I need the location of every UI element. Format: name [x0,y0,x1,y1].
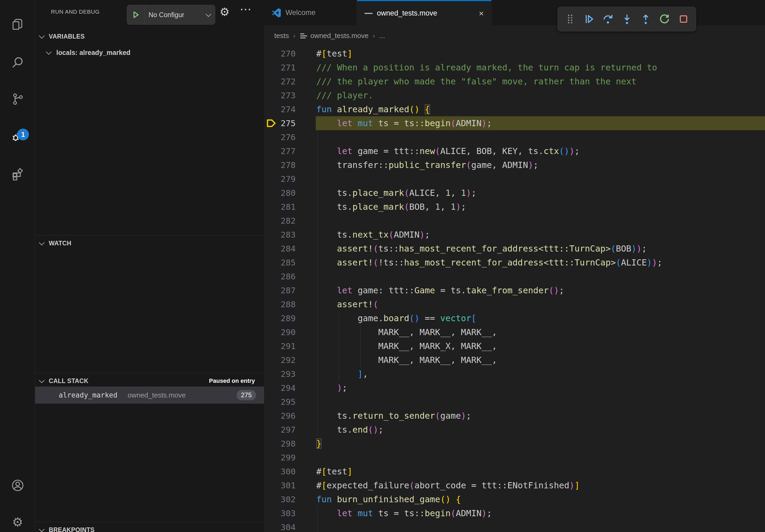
gutter[interactable]: 295 [264,395,316,409]
gutter[interactable]: 299 [264,450,316,464]
call-stack-frame-row[interactable]: already_marked owned_tests.move 275 [35,387,264,404]
breadcrumb-file[interactable]: owned_tests.move [311,32,369,40]
code-text[interactable]: MARK__, MARK_X, MARK__, [316,339,765,353]
gutter[interactable]: 280 [264,186,316,200]
code-line[interactable]: 278 transfer::public_transfer(game, ADMI… [264,158,765,172]
code-text[interactable]: ts.next_tx(ADMIN); [316,228,765,242]
code-text[interactable]: fun already_marked() { [316,102,765,116]
code-text[interactable]: ts.end(); [316,423,765,437]
code-text[interactable]: assert!( [316,297,765,311]
code-line[interactable]: 273/// player. [264,89,765,102]
code-line[interactable]: 287 let game: ttt::Game = ts.take_from_s… [264,283,765,297]
line-number[interactable]: 281 [264,200,296,214]
breadcrumb-folder[interactable]: tests [274,32,289,40]
line-number[interactable]: 287 [264,283,296,297]
search-icon[interactable] [0,50,35,76]
line-number[interactable]: 270 [264,47,296,61]
explorer-icon[interactable] [0,12,35,38]
line-number[interactable]: 272 [264,75,296,89]
line-number[interactable]: 283 [264,228,296,242]
more-actions-icon[interactable]: ··· [241,4,252,15]
line-number[interactable]: 296 [264,409,296,423]
variables-section-header[interactable]: VARIABLES [35,29,264,44]
code-text[interactable]: assert!(ts::has_most_recent_for_address<… [316,242,765,256]
line-number[interactable]: 271 [264,61,296,75]
code-line[interactable]: 303 let mut ts = ts::begin(ADMIN); [264,506,765,520]
start-debug-icon[interactable] [127,5,145,24]
code-text[interactable]: ts.place_mark(ALICE, 1, 1); [316,186,765,200]
drag-handle-icon[interactable] [564,13,576,25]
gutter[interactable]: 284 [264,242,316,256]
code-line[interactable]: 271/// When a position is already marked… [264,61,765,75]
stop-button[interactable] [677,13,690,25]
debug-config-dropdown[interactable]: No Configur [127,5,215,25]
code-line[interactable]: 301#[expected_failure(abort_code = ttt::… [264,478,765,492]
code-text[interactable]: /// the player who made the "false" move… [316,75,765,89]
line-number[interactable]: 302 [264,492,296,506]
gutter[interactable]: 286 [264,269,316,283]
code-text[interactable] [316,395,765,409]
code-text[interactable]: game.board() == vector[ [316,311,765,325]
gutter[interactable]: 270 [264,47,316,61]
tab-owned-tests[interactable]: owned_tests.move × [357,0,491,25]
gutter[interactable]: 304 [264,520,316,532]
line-number[interactable]: 293 [264,367,296,381]
code-text[interactable]: ts.place_mark(BOB, 1, 1); [316,200,765,214]
line-number[interactable]: 282 [264,214,296,228]
code-line[interactable]: 279 [264,172,765,186]
code-line[interactable]: 289 game.board() == vector[ [264,311,765,325]
code-line[interactable]: 300#[test] [264,464,765,478]
line-number[interactable]: 297 [264,423,296,437]
code-text[interactable] [316,130,765,144]
gutter[interactable]: 274 [264,102,316,116]
gutter[interactable]: 273 [264,89,316,102]
code-text[interactable]: let game: ttt::Game = ts.take_from_sende… [316,283,765,297]
gutter[interactable]: 294 [264,381,316,395]
gutter[interactable]: 301 [264,478,316,492]
code-text[interactable]: MARK__, MARK__, MARK__, [316,353,765,367]
gutter[interactable]: 275 [264,116,316,130]
line-number[interactable]: 280 [264,186,296,200]
line-number[interactable]: 298 [264,437,296,450]
code-line[interactable]: 291 MARK__, MARK_X, MARK__, [264,339,765,353]
code-line[interactable]: 293 ], [264,367,765,381]
line-number[interactable]: 284 [264,242,296,256]
code-text[interactable]: #[test] [316,47,765,61]
code-line[interactable]: 290 MARK__, MARK__, MARK__, [264,325,765,339]
line-number[interactable]: 286 [264,269,296,283]
gutter[interactable]: 281 [264,200,316,214]
line-number[interactable]: 303 [264,506,296,520]
gutter[interactable]: 298 [264,437,316,450]
tab-welcome[interactable]: Welcome [264,0,357,25]
gutter[interactable]: 279 [264,172,316,186]
code-line[interactable]: 286 [264,269,765,283]
code-line[interactable]: 292 MARK__, MARK__, MARK__, [264,353,765,367]
code-text[interactable]: ); [316,381,765,395]
code-text[interactable]: #[test] [316,464,765,478]
code-text[interactable]: #[expected_failure(abort_code = ttt::ENo… [316,478,765,492]
gutter[interactable]: 272 [264,75,316,89]
gutter[interactable]: 282 [264,214,316,228]
code-line[interactable]: 304 [264,520,765,532]
line-number[interactable]: 291 [264,339,296,353]
line-number[interactable]: 299 [264,450,296,464]
code-text[interactable]: fun burn_unfinished_game() { [316,492,765,506]
gutter[interactable]: 297 [264,423,316,437]
line-number[interactable]: 290 [264,325,296,339]
code-text[interactable] [316,450,765,464]
line-number[interactable]: 278 [264,158,296,172]
gutter[interactable]: 287 [264,283,316,297]
code-line[interactable]: 294 ); [264,381,765,395]
code-line[interactable]: 297 ts.end(); [264,423,765,437]
code-line[interactable]: 295 [264,395,765,409]
code-text[interactable]: ts.return_to_sender(game); [316,409,765,423]
code-text[interactable]: ], [316,367,765,381]
gutter[interactable]: 296 [264,409,316,423]
watch-section-header[interactable]: WATCH [35,236,264,251]
gutter[interactable]: 302 [264,492,316,506]
code-text[interactable] [316,172,765,186]
gutter[interactable]: 300 [264,464,316,478]
gutter[interactable]: 288 [264,297,316,311]
gutter[interactable]: 291 [264,339,316,353]
account-icon[interactable] [0,472,35,498]
